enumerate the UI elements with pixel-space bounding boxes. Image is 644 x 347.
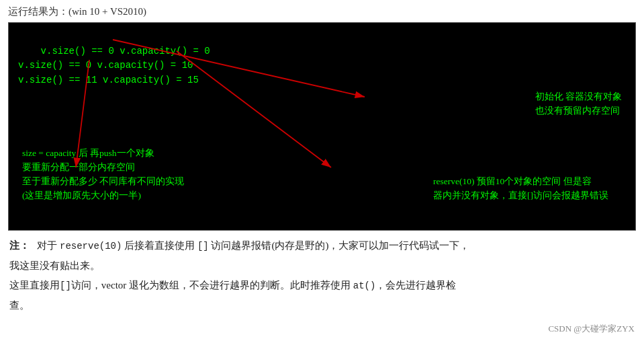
terminal-line-1: v.size() == 0 v.capacity() = 0 <box>41 46 210 56</box>
callout-br-line1: reserve(10) 预留10个对象的空间 但是容 <box>433 176 592 186</box>
code-at: at() <box>353 280 376 291</box>
code-bracket: [] <box>197 241 209 252</box>
note-paragraph-4: 查。 <box>9 297 635 315</box>
credit-text: CSDN @大碰学家ZYX <box>548 323 635 334</box>
note-paragraph-2: 我这里没有贴出来。 <box>9 258 635 275</box>
callout-top-right: 初始化 容器没有对象 也没有预留内存空间 <box>535 90 622 118</box>
footer-credit-area: CSDN @大碰学家ZYX <box>0 321 644 339</box>
callout-bottom-right: reserve(10) 预留10个对象的空间 但是容 器内并没有对象，直接[]访… <box>433 175 608 203</box>
terminal-line-3: v.size() == 11 v.capacity() = 15 <box>18 75 199 85</box>
callout-top-right-line2: 也没有预留内存空间 <box>535 106 620 116</box>
run-result-header: 运行结果为：(win 10 + VS2010) <box>0 0 644 22</box>
note-paragraph-3: 这里直接用[]访问，vector 退化为数组，不会进行越界的判断。此时推荐使用 … <box>9 277 635 295</box>
note-paragraph-1: 注： 对于 reserve(10) 后接着直接使用 [] 访问越界报错(内存是野… <box>9 237 635 255</box>
callout-bottom-left: size = capacity 后 再push一个对象 要重新分配一部分内存空间… <box>22 147 184 203</box>
code-reserve: reserve(10) <box>60 241 122 252</box>
header-text: 运行结果为：(win 10 + VS2010) <box>8 6 146 17</box>
terminal-line-2: v.size() == 0 v.capacity() = 10 <box>18 60 193 71</box>
zhu-label: 注： <box>9 240 30 251</box>
code-bracket2: [] <box>60 280 71 291</box>
terminal-container: v.size() == 0 v.capacity() = 0 v.size() … <box>8 22 636 231</box>
callout-top-right-line1: 初始化 容器没有对象 <box>535 91 622 102</box>
callout-bl-line2: 要重新分配一部分内存空间 <box>22 162 135 172</box>
content-body: 注： 对于 reserve(10) 后接着直接使用 [] 访问越界报错(内存是野… <box>0 231 644 321</box>
callout-bl-line1: size = capacity 后 再push一个对象 <box>22 148 154 158</box>
callout-bl-line4: (这里是增加原先大小的一半) <box>22 190 141 200</box>
callout-br-line2: 器内并没有对象，直接[]访问会报越界错误 <box>433 190 608 200</box>
callout-bl-line3: 至于重新分配多少 不同库有不同的实现 <box>22 176 184 186</box>
